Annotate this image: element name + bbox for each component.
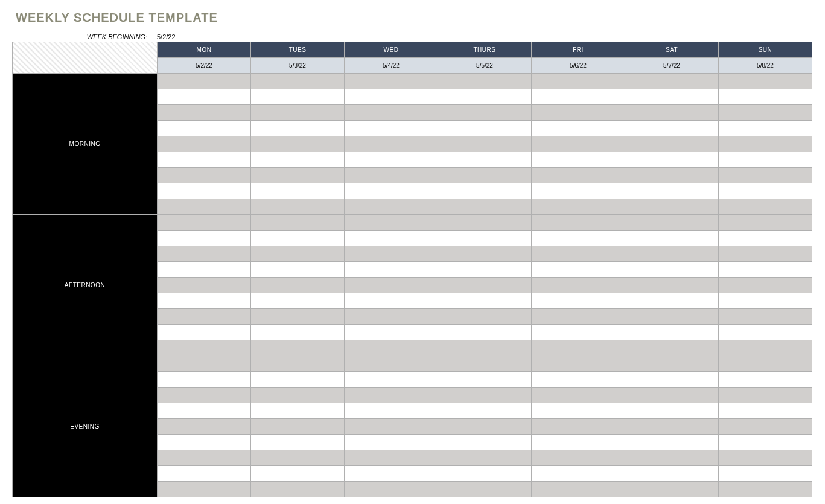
schedule-cell[interactable]	[251, 372, 345, 388]
schedule-cell[interactable]	[438, 325, 532, 340]
schedule-cell[interactable]	[532, 403, 625, 419]
schedule-cell[interactable]	[438, 231, 532, 246]
schedule-cell[interactable]	[345, 325, 438, 340]
schedule-cell[interactable]	[158, 403, 251, 419]
schedule-cell[interactable]	[625, 309, 719, 325]
schedule-cell[interactable]	[251, 136, 345, 152]
schedule-cell[interactable]	[251, 482, 345, 497]
schedule-cell[interactable]	[438, 435, 532, 450]
schedule-cell[interactable]	[532, 246, 625, 262]
schedule-cell[interactable]	[532, 482, 625, 497]
schedule-cell[interactable]	[345, 403, 438, 419]
schedule-cell[interactable]	[438, 340, 532, 356]
schedule-cell[interactable]	[251, 183, 345, 199]
schedule-cell[interactable]	[345, 340, 438, 356]
schedule-cell[interactable]	[532, 466, 625, 482]
schedule-cell[interactable]	[625, 293, 719, 309]
schedule-cell[interactable]	[438, 74, 532, 89]
schedule-cell[interactable]	[345, 419, 438, 435]
schedule-cell[interactable]	[345, 231, 438, 246]
schedule-cell[interactable]	[438, 136, 532, 152]
schedule-cell[interactable]	[438, 183, 532, 199]
schedule-cell[interactable]	[345, 199, 438, 215]
schedule-cell[interactable]	[251, 356, 345, 372]
schedule-cell[interactable]	[251, 309, 345, 325]
schedule-cell[interactable]	[251, 199, 345, 215]
schedule-cell[interactable]	[345, 246, 438, 262]
schedule-cell[interactable]	[532, 340, 625, 356]
schedule-cell[interactable]	[345, 168, 438, 183]
schedule-cell[interactable]	[251, 121, 345, 136]
schedule-cell[interactable]	[719, 74, 812, 89]
schedule-cell[interactable]	[532, 152, 625, 168]
schedule-cell[interactable]	[251, 340, 345, 356]
schedule-cell[interactable]	[345, 262, 438, 278]
schedule-cell[interactable]	[438, 246, 532, 262]
schedule-cell[interactable]	[251, 105, 345, 121]
schedule-cell[interactable]	[625, 215, 719, 231]
schedule-cell[interactable]	[345, 388, 438, 403]
schedule-cell[interactable]	[158, 450, 251, 466]
schedule-cell[interactable]	[719, 183, 812, 199]
schedule-cell[interactable]	[158, 168, 251, 183]
schedule-cell[interactable]	[345, 450, 438, 466]
schedule-cell[interactable]	[345, 278, 438, 293]
schedule-cell[interactable]	[625, 419, 719, 435]
schedule-cell[interactable]	[719, 466, 812, 482]
schedule-cell[interactable]	[345, 121, 438, 136]
schedule-cell[interactable]	[345, 372, 438, 388]
schedule-cell[interactable]	[345, 74, 438, 89]
schedule-cell[interactable]	[345, 309, 438, 325]
schedule-cell[interactable]	[625, 183, 719, 199]
schedule-cell[interactable]	[158, 89, 251, 105]
schedule-cell[interactable]	[158, 246, 251, 262]
schedule-cell[interactable]	[438, 199, 532, 215]
schedule-cell[interactable]	[158, 388, 251, 403]
schedule-cell[interactable]	[251, 293, 345, 309]
schedule-cell[interactable]	[438, 356, 532, 372]
schedule-cell[interactable]	[532, 89, 625, 105]
schedule-cell[interactable]	[158, 278, 251, 293]
schedule-cell[interactable]	[719, 450, 812, 466]
schedule-cell[interactable]	[251, 419, 345, 435]
schedule-cell[interactable]	[158, 340, 251, 356]
schedule-cell[interactable]	[532, 388, 625, 403]
schedule-cell[interactable]	[438, 293, 532, 309]
schedule-cell[interactable]	[719, 325, 812, 340]
schedule-cell[interactable]	[438, 105, 532, 121]
schedule-cell[interactable]	[158, 482, 251, 497]
schedule-cell[interactable]	[438, 450, 532, 466]
schedule-cell[interactable]	[158, 183, 251, 199]
schedule-cell[interactable]	[158, 105, 251, 121]
schedule-cell[interactable]	[532, 419, 625, 435]
schedule-cell[interactable]	[345, 183, 438, 199]
schedule-cell[interactable]	[719, 278, 812, 293]
schedule-cell[interactable]	[438, 278, 532, 293]
schedule-cell[interactable]	[625, 121, 719, 136]
schedule-cell[interactable]	[345, 105, 438, 121]
schedule-cell[interactable]	[345, 136, 438, 152]
schedule-cell[interactable]	[438, 419, 532, 435]
schedule-cell[interactable]	[719, 231, 812, 246]
schedule-cell[interactable]	[625, 325, 719, 340]
schedule-cell[interactable]	[158, 215, 251, 231]
schedule-cell[interactable]	[719, 246, 812, 262]
schedule-cell[interactable]	[345, 435, 438, 450]
schedule-cell[interactable]	[719, 293, 812, 309]
schedule-cell[interactable]	[438, 403, 532, 419]
schedule-cell[interactable]	[251, 231, 345, 246]
schedule-cell[interactable]	[625, 246, 719, 262]
schedule-cell[interactable]	[345, 356, 438, 372]
schedule-cell[interactable]	[438, 482, 532, 497]
schedule-cell[interactable]	[719, 372, 812, 388]
schedule-cell[interactable]	[532, 262, 625, 278]
schedule-cell[interactable]	[438, 152, 532, 168]
schedule-cell[interactable]	[158, 262, 251, 278]
schedule-cell[interactable]	[158, 121, 251, 136]
schedule-cell[interactable]	[158, 372, 251, 388]
schedule-cell[interactable]	[625, 403, 719, 419]
schedule-cell[interactable]	[719, 419, 812, 435]
schedule-cell[interactable]	[158, 74, 251, 89]
schedule-cell[interactable]	[251, 435, 345, 450]
schedule-cell[interactable]	[625, 262, 719, 278]
